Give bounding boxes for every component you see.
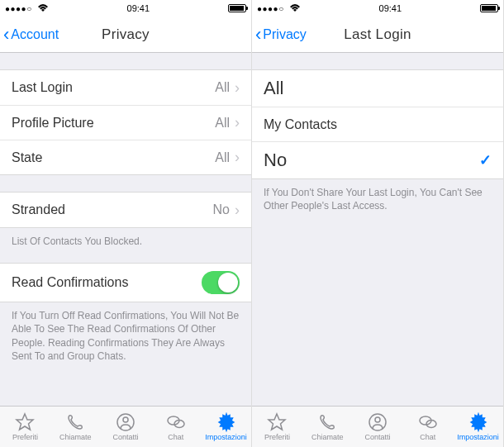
- battery-icon: [480, 4, 498, 12]
- tab-label: Chiamate: [59, 433, 92, 441]
- tab-label: Contatti: [364, 433, 390, 441]
- options-group: All My Contacts No ✓: [252, 69, 503, 179]
- signal-indicator: ●●●●○: [257, 4, 301, 13]
- tab-label: Chat: [168, 433, 183, 441]
- tab-chiamate[interactable]: Chiamate: [302, 407, 353, 447]
- row-value: No›: [213, 202, 240, 219]
- tab-contatti[interactable]: Contatti: [353, 407, 403, 447]
- tab-impostazioni[interactable]: Impostazioni: [453, 407, 503, 447]
- tab-label: Contatti: [112, 433, 138, 441]
- option-my-contacts-row[interactable]: My Contacts: [252, 107, 503, 141]
- state-row[interactable]: State All›: [0, 140, 251, 174]
- tab-contatti[interactable]: Contatti: [101, 407, 151, 447]
- checkmark-icon: ✓: [479, 151, 492, 169]
- wifi-icon: [37, 4, 49, 12]
- svg-point-8: [375, 417, 380, 422]
- read-confirmations-group: Read Confirmations: [0, 263, 251, 302]
- tab-label: Impostazioni: [457, 433, 499, 441]
- row-label: Profile Picture: [12, 116, 94, 131]
- star-icon: [267, 412, 287, 432]
- content-area: Last Login All› Profile Picture All› Sta…: [0, 53, 251, 406]
- tab-label: Chat: [420, 433, 435, 441]
- gear-icon: [468, 412, 488, 432]
- status-bar: ●●●●○ 09:41: [252, 0, 503, 17]
- row-value: All›: [215, 114, 240, 131]
- back-label: Account: [11, 27, 59, 42]
- back-label: Privacy: [263, 27, 306, 42]
- nav-bar: ‹ Account Privacy: [0, 17, 251, 53]
- last-login-row[interactable]: Last Login All›: [0, 70, 251, 105]
- chat-icon: [418, 412, 438, 432]
- row-label: State: [12, 150, 42, 165]
- last-login-screen: ●●●●○ 09:41 ‹ Privacy Last Login All My …: [252, 0, 504, 447]
- visibility-group: Last Login All› Profile Picture All› Sta…: [0, 69, 251, 175]
- status-bar: ●●●●○ 09:41: [0, 0, 251, 17]
- read-confirmations-footer: If You Turn Off Read Confirmations, You …: [0, 302, 251, 369]
- tab-chat[interactable]: Chat: [150, 407, 201, 447]
- phone-icon: [317, 412, 337, 432]
- star-icon: [15, 412, 35, 432]
- contact-icon: [368, 412, 388, 432]
- contact-icon: [116, 412, 136, 432]
- row-value: All›: [215, 79, 240, 97]
- status-time: 09:41: [127, 3, 150, 13]
- chevron-right-icon: ›: [235, 114, 240, 131]
- signal-indicator: ●●●●○: [5, 4, 49, 13]
- tab-bar: Preferiti Chiamate Contatti Chat Imposta…: [0, 406, 251, 447]
- option-label: All: [264, 78, 283, 99]
- status-time: 09:41: [379, 3, 402, 13]
- option-label: No: [264, 150, 287, 171]
- chevron-right-icon: ›: [235, 79, 240, 97]
- back-button[interactable]: ‹ Privacy: [252, 24, 307, 45]
- chevron-left-icon: ‹: [3, 24, 9, 45]
- tab-impostazioni[interactable]: Impostazioni: [201, 407, 251, 447]
- tab-preferiti[interactable]: Preferiti: [0, 407, 50, 447]
- nav-bar: ‹ Privacy Last Login: [252, 17, 503, 53]
- option-all-row[interactable]: All: [252, 70, 503, 107]
- row-value: All›: [215, 149, 240, 166]
- chevron-left-icon: ‹: [255, 24, 261, 45]
- row-label: Last Login: [12, 80, 73, 95]
- battery-icon: [228, 4, 246, 12]
- back-button[interactable]: ‹ Account: [0, 24, 59, 45]
- blocked-group: Stranded No›: [0, 192, 251, 228]
- chat-icon: [166, 412, 186, 432]
- privacy-screen: ●●●●○ 09:41 ‹ Account Privacy Last Login…: [0, 0, 252, 447]
- wifi-icon: [289, 4, 301, 12]
- svg-marker-0: [17, 414, 33, 430]
- svg-marker-6: [269, 414, 285, 430]
- tab-label: Preferiti: [264, 433, 290, 441]
- svg-point-2: [123, 417, 128, 422]
- profile-picture-row[interactable]: Profile Picture All›: [0, 105, 251, 140]
- chevron-right-icon: ›: [235, 149, 240, 166]
- content-area: All My Contacts No ✓ If You Don't Share …: [252, 53, 503, 406]
- last-login-footer: If You Don't Share Your Last Login, You …: [252, 179, 503, 219]
- tab-chat[interactable]: Chat: [402, 407, 453, 447]
- tab-label: Preferiti: [12, 433, 38, 441]
- row-label: Stranded: [12, 202, 65, 217]
- tab-label: Impostazioni: [205, 433, 247, 441]
- gear-icon: [216, 412, 236, 432]
- phone-icon: [65, 412, 85, 432]
- read-confirmations-row: Read Confirmations: [0, 264, 251, 302]
- option-label: My Contacts: [264, 117, 337, 132]
- tab-preferiti[interactable]: Preferiti: [252, 407, 302, 447]
- tab-label: Chiamate: [311, 433, 344, 441]
- row-label: Read Confirmations: [12, 275, 128, 290]
- tab-bar: Preferiti Chiamate Contatti Chat Imposta…: [252, 406, 503, 447]
- option-no-row[interactable]: No ✓: [252, 141, 503, 178]
- blocked-footer: List Of Contacts You Blocked.: [0, 228, 251, 254]
- tab-chiamate[interactable]: Chiamate: [50, 407, 101, 447]
- read-confirmations-switch[interactable]: [202, 271, 240, 294]
- stranded-row[interactable]: Stranded No›: [0, 193, 251, 227]
- chevron-right-icon: ›: [235, 202, 240, 219]
